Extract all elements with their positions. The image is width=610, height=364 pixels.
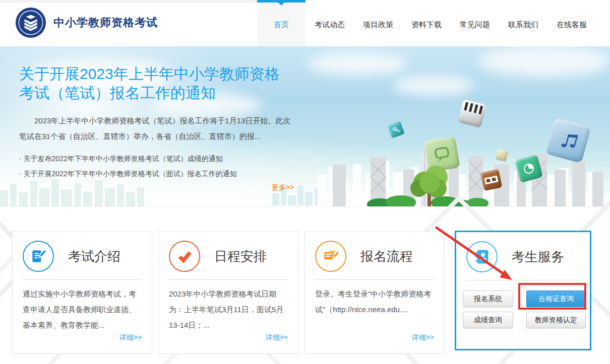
cards-section: 考试介绍 通过实施中小学教师资格考试，考查申请人是否具备教师职业道德、基本素养、… — [0, 211, 610, 364]
card-title: 日程安排 — [214, 248, 267, 265]
card-text: 通过实施中小学教师资格考试，考查申请人是否具备教师职业道德、基本素养、教育教学能… — [23, 286, 142, 333]
piano-keys — [464, 102, 483, 114]
main-nav: 首页 考试动态 项目政策 资料下载 常见问题 联系我们 在线客服 — [257, 3, 596, 46]
card-title: 考试介绍 — [68, 248, 120, 265]
card-exam-introduction: 考试介绍 通过实施中小学教师资格考试，考查申请人是否具备教师职业道德、基本素养、… — [12, 231, 152, 354]
card-title: 报名流程 — [360, 248, 413, 265]
site-logo-icon — [15, 7, 46, 38]
card-candidate-services: 考生服务 报名系统 合格证查询 成绩查询 教师资格认定 — [455, 231, 591, 350]
nav-item-policies[interactable]: 项目政策 — [354, 3, 402, 46]
divider — [23, 279, 142, 280]
card-header: 日程安排 — [159, 232, 298, 272]
card-title: 考生服务 — [512, 248, 564, 266]
notice-list: 关于发布2022年下半年中小学教师资格考试（笔试）成绩的通知 关于开展2022年… — [19, 151, 294, 181]
nav-item-downloads[interactable]: 资料下载 — [402, 3, 451, 46]
divider — [169, 279, 288, 280]
card-registration-process: 报名流程 登录。考生登录"中小学教师资格考试"（http://ntce.neea… — [304, 231, 445, 354]
registration-system-button[interactable]: 报名系统 — [463, 290, 513, 307]
nav-item-faq[interactable]: 常见问题 — [451, 3, 499, 46]
card-text: 登录。考生登录"中小学教师资格考试"（http://ntce.neea.edu.… — [315, 286, 434, 317]
nav-item-home[interactable]: 首页 — [257, 3, 306, 46]
cube-clock-icon — [480, 169, 503, 191]
certificate-query-button[interactable]: 合格证查询 — [526, 290, 586, 307]
notice-list-item[interactable]: 关于开展2022年下半年中小学教师资格考试（面试）报名工作的通知 — [19, 166, 294, 181]
notice-list-item[interactable]: 关于发布2022年下半年中小学教师资格考试（笔试）成绩的通知 — [19, 151, 294, 166]
card-header: 考生服务 — [456, 232, 590, 272]
cloud — [308, 52, 408, 75]
cube-piano-icon — [458, 99, 486, 128]
nav-item-contact[interactable]: 联系我们 — [499, 3, 547, 46]
checkmark-icon — [169, 241, 200, 272]
teacher-qualification-button[interactable]: 教师资格认定 — [526, 312, 586, 328]
notice-excerpt: 2023年上半年中小学教师资格考试（笔试）报名工作将于1月13日开始。此次笔试在… — [19, 113, 294, 144]
card-header: 考试介绍 — [13, 232, 152, 272]
card-text: 2023年中小学教师资格考试日期为：上半年笔试3月11日，面试5月13-14日；… — [169, 286, 288, 333]
divider — [466, 280, 580, 280]
cube-small-icon — [496, 149, 508, 162]
document-pencil-icon — [23, 241, 54, 272]
services-button-grid: 报名系统 合格证查询 成绩查询 教师资格认定 — [463, 290, 590, 328]
site-header: 中小学教师资格考试 首页 考试动态 项目政策 资料下载 常见问题 联系我们 在线… — [0, 3, 610, 46]
site-title: 中小学教师资格考试 — [53, 15, 158, 30]
site-brand[interactable]: 中小学教师资格考试 — [15, 7, 158, 38]
detail-link-exam-introduction[interactable]: 详细>> — [119, 333, 142, 342]
detail-link-registration[interactable]: 详细>> — [412, 333, 434, 342]
detail-link-schedule[interactable]: 详细>> — [266, 333, 288, 342]
card-header: 报名流程 — [305, 232, 444, 272]
card-schedule: 日程安排 2023年中小学教师资格考试日期为：上半年笔试3月11日，面试5月13… — [158, 231, 298, 354]
contact-book-icon — [466, 241, 498, 272]
cube-key-icon — [387, 121, 405, 138]
form-pencil-icon — [315, 241, 346, 272]
cloud — [393, 76, 474, 96]
nav-item-exam-news[interactable]: 考试动态 — [306, 3, 354, 46]
score-query-button[interactable]: 成绩查询 — [463, 312, 513, 328]
banner-content: 关于开展2023年上半年中小学教师资格考试（笔试）报名工作的通知 2023年上半… — [19, 64, 294, 192]
more-link[interactable]: 更多>> — [19, 183, 294, 192]
divider — [315, 279, 434, 280]
nav-item-online-service[interactable]: 在线客服 — [547, 3, 596, 46]
banner-ground — [0, 206, 610, 211]
cloud — [479, 46, 610, 77]
hero-banner: 关于开展2023年上半年中小学教师资格考试（笔试）报名工作的通知 2023年上半… — [0, 46, 610, 211]
notice-title[interactable]: 关于开展2023年上半年中小学教师资格考试（笔试）报名工作的通知 — [19, 64, 294, 103]
